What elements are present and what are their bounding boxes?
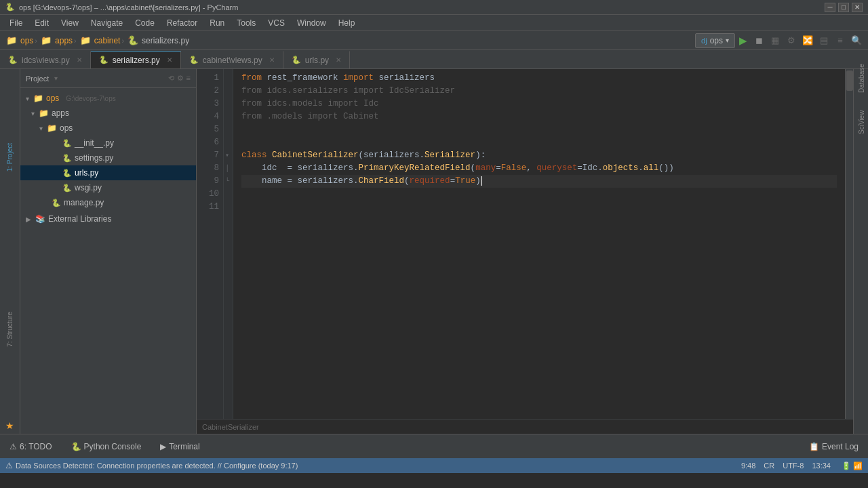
expand-arrow-external: ▶ bbox=[26, 216, 31, 223]
right-panel: Database SciView bbox=[853, 69, 868, 434]
tab-urls[interactable]: 🐍 urls.py ✕ bbox=[283, 51, 350, 68]
breadcrumb-ops[interactable]: ops bbox=[20, 36, 33, 45]
folder-apps-icon: 📁 bbox=[39, 33, 54, 48]
run-button[interactable]: ▶ bbox=[736, 35, 750, 47]
fold-8: │ bbox=[225, 162, 231, 175]
sidebar-dropdown[interactable]: ▾ bbox=[54, 75, 58, 82]
favorites-icon[interactable]: ★ bbox=[5, 420, 14, 431]
breadcrumb-apps[interactable]: apps bbox=[55, 36, 73, 45]
code-line-6 bbox=[241, 136, 837, 149]
status-left: ⚠ Data Sources Detected: Connection prop… bbox=[5, 461, 298, 470]
status-right: 9:48 CR UTF-8 13:34 🔋 📶 bbox=[741, 462, 863, 470]
tree-label-wsgi: wsgi.py bbox=[75, 183, 102, 192]
code-line-5 bbox=[241, 123, 837, 136]
warning-icon: ⚠ bbox=[9, 442, 17, 451]
fold-11 bbox=[225, 201, 231, 214]
menu-navigate[interactable]: Navigate bbox=[85, 17, 128, 29]
vcs-icon[interactable]: 🔀 bbox=[800, 33, 815, 48]
tab-close-3[interactable]: ✕ bbox=[336, 56, 341, 64]
status-crlf[interactable]: CR bbox=[764, 462, 774, 470]
line-num-6: 6 bbox=[197, 136, 219, 149]
tree-item-apps[interactable]: ▾ 📁 apps bbox=[20, 106, 196, 121]
sidebar-gear-icon[interactable]: ⚙ bbox=[177, 74, 184, 83]
window-title: ops [G:\devops-7\ops] – ...\apps\cabinet… bbox=[19, 3, 238, 12]
scview-icon[interactable]: SciView bbox=[854, 115, 868, 129]
todo-panel-button[interactable]: ⚠ 6: TODO bbox=[5, 439, 56, 454]
breadcrumb-sep3: › bbox=[121, 37, 124, 45]
terminal-label: Terminal bbox=[169, 442, 199, 451]
menu-window[interactable]: Window bbox=[292, 17, 332, 29]
code-content[interactable]: from rest_framework import serializers f… bbox=[233, 69, 845, 419]
breadcrumb-cabinet[interactable]: cabinet bbox=[94, 36, 121, 45]
maximize-button[interactable]: □ bbox=[838, 3, 849, 12]
tree-item-manage[interactable]: 🐍 manage.py bbox=[20, 195, 196, 210]
menu-help[interactable]: Help bbox=[333, 17, 361, 29]
tab-idcs-views[interactable]: 🐍 idcs\views.py ✕ bbox=[0, 51, 91, 68]
coverage-icon[interactable]: ▦ bbox=[768, 33, 783, 48]
stop-button[interactable]: ◼ bbox=[751, 33, 766, 48]
menu-view[interactable]: View bbox=[56, 17, 84, 29]
bottom-bar: ⚠ 6: TODO 🐍 Python Console ▶ Terminal 📋 … bbox=[0, 434, 868, 458]
structure-panel-label[interactable]: 7: Structure bbox=[5, 308, 15, 351]
tab-serializers[interactable]: 🐍 serializers.py ✕ bbox=[91, 51, 181, 68]
menu-edit[interactable]: Edit bbox=[29, 17, 54, 29]
python-console-button[interactable]: 🐍 Python Console bbox=[67, 439, 146, 454]
tab-label-2: cabinet\views.py bbox=[203, 56, 262, 65]
sidebar-sync-icon[interactable]: ⟲ bbox=[168, 74, 174, 83]
config-label: ops bbox=[710, 36, 723, 45]
line-num-4: 4 bbox=[197, 110, 219, 123]
terminal-icon[interactable]: ▤ bbox=[816, 33, 831, 48]
tree-label-ops: ops bbox=[46, 94, 59, 103]
left-gutter: 1: Project 7: Structure ★ bbox=[0, 69, 20, 434]
minimize-button[interactable]: ─ bbox=[825, 3, 835, 12]
project-panel-label[interactable]: 1: Project bbox=[5, 139, 15, 176]
scrollbar-thumb bbox=[846, 70, 853, 91]
file-icon-init: 🐍 bbox=[62, 139, 72, 148]
tab-cabinet-views[interactable]: 🐍 cabinet\views.py ✕ bbox=[181, 51, 283, 68]
tree-item-ops-sub[interactable]: ▾ 📁 ops bbox=[20, 121, 196, 136]
sidebar-collapse-icon[interactable]: ≡ bbox=[186, 74, 191, 83]
code-line-3: from idcs.models import Idc bbox=[241, 98, 837, 110]
status-encoding[interactable]: UTF-8 bbox=[783, 462, 804, 470]
tree-item-ops-root[interactable]: ▾ 📁 ops G:\devops-7\ops bbox=[20, 91, 196, 106]
extra-icon[interactable]: ≡ bbox=[833, 33, 848, 48]
menu-code[interactable]: Code bbox=[130, 17, 160, 29]
sidebar-panel: Project ▾ ⟲ ⚙ ≡ ▾ 📁 ops G:\devops-7\ops … bbox=[20, 69, 197, 434]
scrollbar[interactable] bbox=[845, 69, 853, 419]
code-line-4: from .models import Cabinet bbox=[241, 110, 837, 123]
run-config-selector[interactable]: dj ops ▾ bbox=[695, 33, 735, 48]
tree-item-settings[interactable]: 🐍 settings.py bbox=[20, 150, 196, 165]
menu-vcs[interactable]: VCS bbox=[262, 17, 290, 29]
database-icon[interactable]: Database bbox=[854, 72, 868, 85]
profile-icon[interactable]: ⚙ bbox=[784, 33, 799, 48]
tree-item-urls[interactable]: 🐍 urls.py bbox=[20, 165, 196, 180]
file-tree: ▾ 📁 ops G:\devops-7\ops ▾ 📁 apps ▾ 📁 ops… bbox=[20, 88, 196, 434]
tree-item-external[interactable]: ▶ 📚 External Libraries bbox=[20, 211, 196, 226]
menu-file[interactable]: File bbox=[4, 17, 28, 29]
fold-7[interactable]: ▾ bbox=[225, 149, 231, 162]
tab-close-2[interactable]: ✕ bbox=[269, 56, 275, 64]
tree-item-wsgi[interactable]: 🐍 wsgi.py bbox=[20, 180, 196, 195]
tab-close-0[interactable]: ✕ bbox=[77, 56, 82, 64]
code-line-10 bbox=[241, 188, 837, 201]
search-everywhere-icon[interactable]: 🔍 bbox=[849, 33, 864, 48]
config-dropdown-arrow[interactable]: ▾ bbox=[726, 37, 729, 44]
event-log-button[interactable]: 📋 Event Log bbox=[805, 439, 863, 454]
menu-tools[interactable]: Tools bbox=[231, 17, 261, 29]
menu-run[interactable]: Run bbox=[204, 17, 230, 29]
breadcrumb-file[interactable]: serializers.py bbox=[142, 36, 189, 45]
tab-close-1[interactable]: ✕ bbox=[167, 56, 172, 64]
terminal-button[interactable]: ▶ Terminal bbox=[156, 439, 203, 454]
close-button[interactable]: ✕ bbox=[852, 3, 863, 12]
status-message[interactable]: Data Sources Detected: Connection proper… bbox=[16, 462, 298, 470]
fold-2 bbox=[225, 85, 231, 98]
tree-label-apps: apps bbox=[52, 108, 69, 118]
fold-3 bbox=[225, 98, 231, 110]
menu-refactor[interactable]: Refactor bbox=[161, 17, 203, 29]
sidebar-title: Project bbox=[26, 75, 49, 83]
status-bar: ⚠ Data Sources Detected: Connection prop… bbox=[0, 458, 868, 473]
folder-icon-apps: 📁 bbox=[39, 108, 49, 118]
event-log-label: Event Log bbox=[822, 442, 859, 451]
tree-item-init[interactable]: 🐍 __init__.py bbox=[20, 136, 196, 150]
fold-4 bbox=[225, 110, 231, 123]
